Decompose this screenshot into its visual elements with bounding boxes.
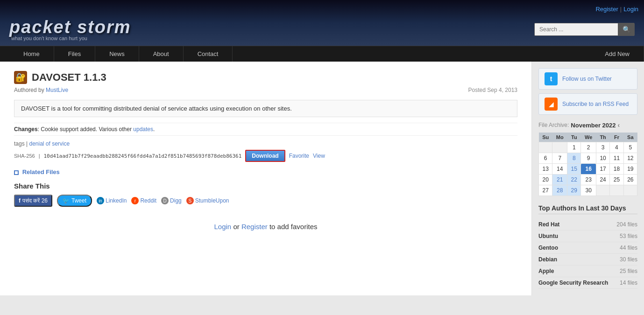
author-row[interactable]: Google Security Research14 files — [538, 277, 637, 289]
author-link[interactable]: MustLive — [46, 87, 68, 93]
favorite-link[interactable]: Favorite — [289, 153, 309, 159]
tags-label: tags — [14, 140, 25, 147]
tweet-button[interactable]: 🐦 Tweet — [57, 195, 92, 207]
search-input[interactable] — [534, 23, 618, 36]
author-count: 53 files — [620, 233, 637, 239]
calendar-prefix: File Archive: — [538, 122, 569, 128]
cal-th-fr: Fr — [610, 133, 623, 142]
calendar-day-cell[interactable]: 28 — [552, 185, 567, 196]
linkedin-link[interactable]: in LinkedIn — [97, 197, 127, 204]
login-link[interactable]: Login — [623, 6, 638, 13]
search-button[interactable]: 🔍 — [618, 23, 635, 36]
author-row[interactable]: Red Hat204 files — [538, 219, 637, 231]
calendar-day-link[interactable]: 15 — [571, 166, 577, 172]
twitter-label: Follow us on Twitter — [562, 76, 612, 82]
calendar-day-cell[interactable]: 11 — [610, 153, 623, 164]
calendar-day-cell[interactable]: 7 — [552, 153, 567, 164]
nav-item-contact[interactable]: Contact — [184, 46, 233, 62]
register-prompt-link[interactable]: Register — [241, 223, 268, 231]
nav-list: Home Files News About Contact Add New — [0, 46, 644, 62]
author-row[interactable]: Apple25 files — [538, 266, 637, 277]
changes-row: Changes: Cookie support added. Various o… — [14, 123, 517, 136]
calendar-day-cell[interactable]: 30 — [581, 185, 596, 196]
calendar-body: 1234567891011121314151617181920212223242… — [539, 142, 637, 196]
nav-item-files[interactable]: Files — [54, 46, 95, 62]
calendar-day-link[interactable]: 21 — [557, 176, 563, 183]
tweet-label: Tweet — [71, 197, 86, 204]
calendar-day-cell[interactable]: 10 — [596, 153, 609, 164]
calendar-week-row: 20212223242526 — [539, 175, 637, 185]
stumbleupon-link[interactable]: S StumbleUpon — [186, 197, 229, 204]
or-label: or — [233, 223, 239, 231]
view-link[interactable]: View — [313, 153, 325, 159]
calendar-day-cell[interactable]: 4 — [610, 142, 623, 153]
calendar-day-cell[interactable]: 1 — [567, 142, 581, 153]
nav-item-addnew[interactable]: Add New — [591, 46, 644, 62]
register-link[interactable]: Register — [595, 6, 618, 13]
author-row[interactable]: Debian30 files — [538, 254, 637, 266]
nav-item-news[interactable]: News — [95, 46, 139, 62]
nav-item-about[interactable]: About — [139, 46, 184, 62]
calendar-day-cell[interactable]: 13 — [539, 164, 552, 175]
calendar-day-cell[interactable]: 14 — [552, 164, 567, 175]
calendar-day-cell[interactable]: 17 — [596, 164, 609, 175]
changes-link[interactable]: updates — [133, 126, 153, 133]
tag-link-dos[interactable]: denial of service — [29, 140, 70, 147]
twitter-follow-box[interactable]: t Follow us on Twitter — [538, 68, 637, 90]
nav-link-addnew[interactable]: Add New — [591, 46, 644, 62]
calendar-day-cell[interactable]: 8 — [567, 153, 581, 164]
main-nav: Home Files News About Contact Add New — [0, 46, 644, 62]
calendar-day-cell[interactable]: 24 — [596, 175, 609, 185]
nav-link-files[interactable]: Files — [54, 46, 95, 62]
calendar-day-cell[interactable]: 27 — [539, 185, 552, 196]
calendar-prev-arrow[interactable]: ‹ — [617, 121, 620, 129]
related-icon — [14, 170, 19, 175]
calendar-day-cell[interactable]: 26 — [623, 175, 637, 185]
author-row[interactable]: Gentoo44 files — [538, 242, 637, 254]
digg-link[interactable]: D Digg — [161, 197, 182, 204]
calendar-day-link[interactable]: 8 — [573, 155, 576, 161]
cal-th-th: Th — [596, 133, 609, 142]
download-button[interactable]: Download — [245, 150, 285, 162]
calendar-day-cell[interactable]: 25 — [610, 175, 623, 185]
calendar-day-cell[interactable]: 23 — [581, 175, 596, 185]
calendar-day-cell[interactable]: 3 — [596, 142, 609, 153]
calendar-day-cell[interactable]: 5 — [623, 142, 637, 153]
author-name: Gentoo — [538, 245, 558, 251]
calendar-day-cell[interactable]: 22 — [567, 175, 581, 185]
nav-link-news[interactable]: News — [95, 46, 139, 62]
content-area: 🔐 DAVOSET 1.1.3 Authored by MustLive Pos… — [0, 62, 532, 295]
calendar-day-link[interactable]: 29 — [571, 187, 577, 194]
login-prompt-link[interactable]: Login — [214, 223, 232, 231]
calendar-header: File Archive: November 2022 ‹ — [538, 121, 637, 129]
changes-label: Changes — [14, 126, 38, 133]
nav-link-contact[interactable]: Contact — [184, 46, 233, 62]
calendar-day-link[interactable]: 22 — [571, 176, 577, 183]
calendar-day-cell — [610, 185, 623, 196]
calendar-day-cell[interactable]: 6 — [539, 153, 552, 164]
facebook-button[interactable]: f पसंद करें 26 — [14, 195, 52, 207]
calendar-day-cell[interactable]: 2 — [581, 142, 596, 153]
nav-item-home[interactable]: Home — [9, 46, 54, 62]
related-files: Related Files — [14, 168, 517, 175]
rss-subscribe-box[interactable]: ◢ Subscribe to an RSS Feed — [538, 93, 637, 115]
calendar-day-cell[interactable]: 20 — [539, 175, 552, 185]
article-description: DAVOSET is a tool for committing distrib… — [14, 100, 517, 117]
calendar-day-cell[interactable]: 19 — [623, 164, 637, 175]
main-container: 🔐 DAVOSET 1.1.3 Authored by MustLive Pos… — [0, 62, 644, 295]
author-name: Ubuntu — [538, 233, 558, 239]
nav-link-about[interactable]: About — [139, 46, 184, 62]
calendar-day-link[interactable]: 28 — [557, 187, 563, 194]
reddit-link[interactable]: r Reddit — [131, 197, 156, 204]
top-authors-section: Top Authors In Last 30 Days Red Hat204 f… — [538, 204, 637, 289]
calendar-day-cell[interactable]: 12 — [623, 153, 637, 164]
nav-link-home[interactable]: Home — [9, 46, 54, 62]
related-files-link[interactable]: Related Files — [22, 168, 60, 175]
author-count: 25 files — [620, 268, 637, 274]
calendar-day-cell[interactable]: 9 — [581, 153, 596, 164]
calendar-day-cell[interactable]: 29 — [567, 185, 581, 196]
author-row[interactable]: Ubuntu53 files — [538, 231, 637, 242]
calendar-day-cell[interactable]: 21 — [552, 175, 567, 185]
calendar-day-cell[interactable]: 15 — [567, 164, 581, 175]
calendar-day-cell[interactable]: 18 — [610, 164, 623, 175]
